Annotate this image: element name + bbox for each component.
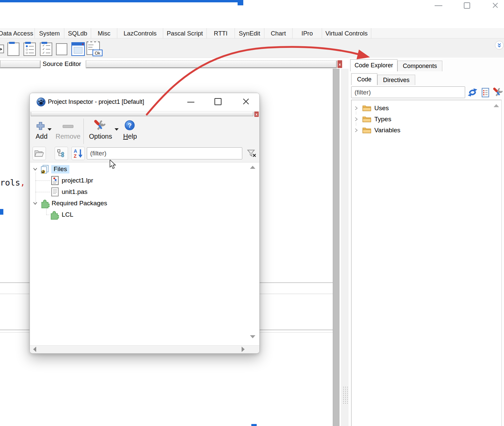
minimize-button[interactable] (433, 2, 444, 10)
window-drag-handle[interactable] (238, 0, 243, 5)
svg-text:A: A (74, 148, 77, 154)
files-icon (40, 165, 50, 174)
palette-tab-lazcontrols[interactable]: LazControls (117, 28, 163, 39)
tree-row-files[interactable]: Files (30, 164, 248, 174)
chevron-right-icon[interactable] (355, 106, 358, 111)
add-label: Add (32, 133, 51, 140)
component-icon-panel[interactable] (7, 43, 19, 56)
tab-code-explorer[interactable]: Code Explorer (350, 59, 397, 71)
pi-filter-input[interactable] (87, 147, 242, 159)
help-icon: ? (124, 120, 135, 131)
tree-row-project-lpr[interactable]: project1.lpr (30, 175, 248, 186)
chevron-down-icon[interactable] (33, 202, 38, 205)
palette-tab-rtti[interactable]: RTTI (207, 28, 235, 39)
tree-label: unit1.pas (62, 188, 87, 196)
palette-tab-ipro[interactable]: IPro (293, 28, 322, 39)
filter-clear-icon (247, 149, 257, 158)
dock-grab-bar-left[interactable] (0, 60, 41, 68)
add-button[interactable]: Add (32, 119, 51, 144)
tree-label: LCL (62, 211, 73, 218)
dock-grab-bar-right[interactable] (86, 60, 337, 68)
splitter-grip[interactable] (342, 386, 349, 405)
scroll-left-arrow[interactable] (33, 347, 36, 352)
close-icon (492, 2, 499, 9)
tree-row-required-packages[interactable]: Required Packages (30, 198, 248, 208)
tree-structure-button[interactable] (55, 147, 68, 160)
double-chevron-down-icon (497, 43, 502, 48)
scroll-down-arrow[interactable] (250, 335, 255, 338)
component-icon-cut[interactable] (0, 45, 4, 53)
pi-minimize-button[interactable] (185, 98, 197, 106)
play-icon (0, 48, 2, 51)
maximize-icon (464, 2, 470, 9)
code-explorer-options-button[interactable] (492, 87, 504, 98)
palette-tab-chart[interactable]: Chart (264, 28, 293, 39)
unit-file-icon (51, 187, 59, 197)
refresh-button[interactable] (466, 87, 479, 98)
scroll-up-arrow[interactable] (494, 104, 499, 107)
component-icon-form[interactable] (71, 42, 85, 56)
refresh-icon (467, 87, 478, 97)
folder-icon (362, 116, 371, 123)
close-button[interactable] (490, 0, 501, 10)
options-label: Options (85, 133, 116, 140)
pi-horizontal-scrollbar[interactable] (30, 345, 259, 353)
remove-button[interactable]: Remove (53, 119, 83, 144)
code-explorer-mode-button[interactable] (481, 87, 491, 98)
minimize-icon (435, 5, 442, 6)
tools-icon (493, 87, 503, 98)
subtab-directives[interactable]: Directives (377, 75, 415, 85)
project-inspector-window: Project Inspector - project1 [Default] x… (29, 93, 260, 354)
selection-handle-bottom[interactable] (251, 424, 257, 426)
open-folder-icon (34, 149, 44, 157)
editor-scrollbar-strip[interactable] (333, 69, 339, 426)
palette-overflow-button[interactable] (495, 41, 504, 50)
add-dropdown-caret[interactable] (48, 128, 52, 131)
palette-tab-system[interactable]: System (35, 28, 64, 39)
tree-row-lcl[interactable]: LCL (30, 210, 248, 220)
plus-icon (36, 121, 45, 131)
chevron-right-icon[interactable] (355, 128, 358, 133)
pi-main-toolbar: Add Remove Options (30, 117, 259, 145)
tab-components[interactable]: Components (397, 61, 442, 71)
options-dropdown-caret[interactable] (115, 128, 119, 131)
folder-icon (362, 127, 371, 134)
chevron-right-icon[interactable] (355, 117, 358, 122)
chevron-down-icon[interactable] (33, 167, 38, 171)
component-icon-box[interactable] (56, 43, 67, 55)
maximize-button[interactable] (462, 1, 472, 10)
subtab-code[interactable]: Code (351, 73, 377, 85)
pi-close-button[interactable] (240, 96, 252, 106)
palette-tab-pascal-script[interactable]: Pascal Script (163, 28, 207, 39)
project-inspector-title: Project Inspector - project1 [Default] (48, 93, 144, 111)
sort-alphabetically-button[interactable]: A Z (71, 147, 85, 160)
palette-tab-data-access[interactable]: Data Access (0, 28, 35, 39)
source-editor-caption: Source Editor (43, 60, 81, 68)
scroll-up-arrow[interactable] (250, 166, 255, 169)
project-inspector-titlebar[interactable]: Project Inspector - project1 [Default] (30, 93, 259, 111)
tree-row-unit-pas[interactable]: unit1.pas (30, 187, 248, 197)
palette-tab-synedit[interactable]: SynEdit (235, 28, 264, 39)
pi-maximize-button[interactable] (212, 96, 224, 106)
selection-handle-left[interactable] (0, 209, 3, 215)
options-button[interactable]: Options (85, 119, 116, 144)
tree-row-variables[interactable]: Variables (352, 125, 499, 136)
palette-tab-misc[interactable]: Misc (91, 28, 117, 39)
scroll-right-arrow[interactable] (242, 347, 245, 352)
component-icon-checkgroup[interactable]: ✓ ✓ ✓ (40, 43, 52, 56)
component-icon-buttonpanel[interactable]: Ok (86, 42, 102, 56)
source-editor-close-button[interactable]: x (337, 60, 342, 68)
pi-dock-close-button[interactable]: x (254, 112, 259, 117)
svg-text:Z: Z (74, 153, 77, 158)
pi-dock-grab-bar[interactable] (31, 112, 253, 116)
minimize-icon (187, 102, 194, 103)
code-explorer-filter-input[interactable] (351, 86, 465, 98)
tree-row-types[interactable]: Types (352, 114, 499, 125)
help-button[interactable]: ? Help (120, 119, 140, 144)
component-icon-radiogroup[interactable] (23, 43, 36, 56)
clear-filter-button[interactable] (245, 147, 258, 160)
tree-row-uses[interactable]: Uses (352, 102, 499, 114)
show-directory-hierarchy-button[interactable] (33, 147, 46, 160)
palette-tab-sqldb[interactable]: SQLdb (64, 28, 91, 39)
palette-tab-virtual-controls[interactable]: Virtual Controls (322, 28, 371, 39)
